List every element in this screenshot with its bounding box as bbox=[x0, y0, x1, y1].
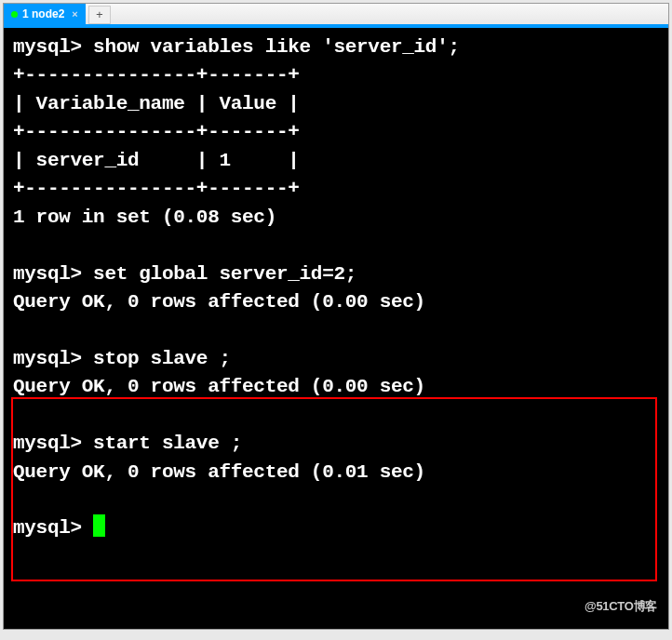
cursor-icon bbox=[93, 514, 105, 537]
terminal-output[interactable]: mysql> show variables like 'server_id'; … bbox=[4, 28, 668, 629]
terminal-line: | Variable_name | Value | bbox=[13, 93, 300, 114]
terminal-line: Query OK, 0 rows affected (0.00 sec) bbox=[13, 376, 425, 397]
tab-bar: 1 node2 × + bbox=[4, 4, 668, 28]
terminal-line: +---------------+-------+ bbox=[13, 121, 300, 142]
terminal-line: mysql> show variables like 'server_id'; bbox=[13, 36, 460, 58]
connection-status-dot bbox=[11, 11, 18, 18]
terminal-window: 1 node2 × + mysql> show variables like '… bbox=[3, 3, 669, 630]
terminal-line: | server_id | 1 | bbox=[13, 150, 300, 171]
terminal-line: 1 row in set (0.08 sec) bbox=[13, 207, 276, 228]
new-tab-button[interactable]: + bbox=[88, 6, 111, 24]
terminal-line: mysql> set global server_id=2; bbox=[13, 263, 356, 285]
tab-node2[interactable]: 1 node2 × bbox=[4, 4, 86, 24]
tab-label: 1 node2 bbox=[22, 7, 64, 20]
terminal-line: +---------------+-------+ bbox=[13, 64, 300, 86]
highlight-annotation bbox=[11, 397, 657, 581]
terminal-line: +---------------+-------+ bbox=[13, 178, 300, 199]
terminal-line: mysql> stop slave ; bbox=[13, 348, 231, 369]
close-icon[interactable]: × bbox=[72, 8, 77, 20]
terminal-line: mysql> start slave ; bbox=[13, 433, 242, 454]
terminal-prompt: mysql> bbox=[13, 517, 93, 539]
terminal-line: Query OK, 0 rows affected (0.01 sec) bbox=[13, 461, 425, 483]
watermark-text: @51CTO博客 bbox=[585, 598, 657, 616]
terminal-line: Query OK, 0 rows affected (0.00 sec) bbox=[13, 291, 425, 313]
